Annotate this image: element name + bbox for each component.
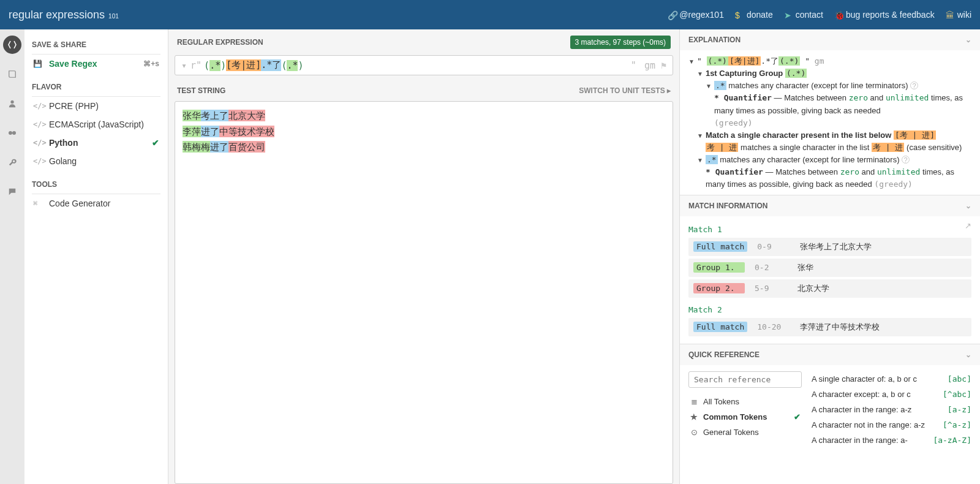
match-row[interactable]: Full match10-20李萍进了中等技术学校 (688, 318, 971, 336)
right-pane: EXPLANATION⌄ ▼ " (.*)[考|进].*了(.*) " gm ▼… (680, 29, 980, 484)
rail-library-icon[interactable] (3, 65, 21, 83)
quickref-title: QUICK REFERENCE (688, 350, 760, 359)
quickref-category[interactable]: ★Common Tokens✔ (688, 409, 802, 425)
quickref-code: [a-zA-Z] (933, 436, 971, 445)
sidebar-title-save: SAVE & SHARE (32, 37, 160, 55)
help-icon[interactable]: ? (902, 156, 910, 164)
save-regex-item[interactable]: 💾 Save Regex ⌘+s (32, 55, 160, 73)
quickref-entry[interactable]: A character in the range: a-z[a-z] (812, 402, 971, 417)
match-value: 张华 (797, 262, 813, 273)
code-generator-label: Code Generator (49, 199, 110, 208)
hlink-contact[interactable]: ➤contact (784, 10, 823, 20)
hlink-bugs[interactable]: 🐞bug reports & feedback (834, 10, 935, 20)
quickref-entry[interactable]: A character in the range: a-[a-zA-Z] (812, 433, 971, 448)
match-range: 5-9 (755, 284, 788, 293)
category-icon: ⊙ (690, 428, 698, 437)
flavor-item[interactable]: </>ECMAScript (JavaScript) (32, 115, 160, 134)
quickref-entry[interactable]: A character not in the range: a-z[^a-z] (812, 417, 971, 433)
switch-unit-tests-link[interactable]: SWITCH TO UNIT TESTS ▸ (579, 86, 671, 95)
regex-section-title: REGULAR EXPRESSION (177, 38, 263, 47)
brand-sub: 101 (108, 13, 119, 20)
explanation-body: ▼ " (.*)[考|进].*了(.*) " gm ▼1st Capturing… (680, 50, 980, 195)
match-row[interactable]: Group 2.5-9北京大学 (688, 279, 971, 298)
flavor-label: Python (49, 138, 78, 148)
delimiter-toggle-icon[interactable]: ▾ (181, 60, 187, 71)
match-range: 0-2 (755, 263, 788, 272)
save-regex-label: Save Regex (49, 59, 97, 69)
regex-flags[interactable]: gm (644, 60, 655, 71)
check-icon: ✔ (794, 412, 801, 422)
tree-toggle-icon[interactable]: ▼ (706, 80, 712, 91)
match-value: 张华考上了北京大学 (800, 241, 872, 252)
match-tag: Full match (693, 241, 747, 252)
match-tag: Group 1. (693, 262, 745, 273)
test-line: 韩梅梅进了百货公司 (183, 139, 665, 155)
rail-chat-icon[interactable] (3, 183, 21, 201)
quickref-code: [^abc] (943, 390, 971, 399)
code-brackets-icon: </> (33, 157, 43, 165)
match-row[interactable]: Group 1.0-2张华 (688, 259, 971, 277)
category-label: Common Tokens (703, 412, 767, 422)
quickref-search-input[interactable] (688, 371, 802, 388)
match-row[interactable]: Full match0-9张华考上了北京大学 (688, 238, 971, 256)
match-range: 10-20 (757, 322, 790, 331)
flavor-item[interactable]: </>Golang (32, 152, 160, 170)
category-label: General Tokens (703, 428, 759, 437)
rail-regex-icon[interactable] (3, 36, 21, 54)
quickref-entry[interactable]: A character except: a, b or c[^abc] (812, 387, 971, 402)
quickref-category[interactable]: ⊙General Tokens (688, 425, 802, 440)
bug-icon: 🐞 (834, 10, 843, 19)
book-icon: 🏛 (946, 10, 954, 19)
collapse-explanation-icon[interactable]: ⌄ (965, 36, 971, 44)
code-generator-item[interactable]: ⌘ Code Generator (32, 194, 160, 213)
tree-toggle-icon[interactable]: ▼ (688, 55, 695, 67)
test-string-input[interactable]: 张华考上了北京大学李萍进了中等技术学校韩梅梅进了百货公司 (175, 101, 673, 484)
category-label: All Tokens (703, 397, 739, 406)
hlink-donate[interactable]: $donate (735, 10, 773, 20)
sidebar: SAVE & SHARE 💾 Save Regex ⌘+s FLAVOR </>… (24, 29, 168, 484)
test-line: 张华考上了北京大学 (183, 108, 665, 124)
flavor-label: ECMAScript (JavaScript) (49, 119, 144, 129)
tree-toggle-icon[interactable]: ▼ (697, 129, 703, 141)
collapse-quickref-icon[interactable]: ⌄ (965, 350, 971, 359)
save-shortcut: ⌘+s (143, 59, 159, 68)
center-pane: REGULAR EXPRESSION 3 matches, 97 steps (… (168, 29, 680, 484)
quickref-category[interactable]: ≣All Tokens (688, 394, 802, 409)
quickref-desc: A character not in the range: a-z (812, 420, 925, 429)
collapse-matchinfo-icon[interactable]: ⌄ (965, 202, 971, 210)
tree-toggle-icon[interactable]: ▼ (697, 154, 703, 165)
match-tag: Full match (693, 322, 747, 332)
help-icon[interactable]: ? (910, 81, 918, 89)
brand-word-a: regular (9, 9, 43, 21)
match-2-title: Match 2 (688, 305, 971, 314)
match-value: 北京大学 (797, 283, 829, 294)
link-icon: 🔗 (668, 10, 676, 19)
match-value: 李萍进了中等技术学校 (800, 322, 880, 333)
category-icon: ★ (690, 412, 698, 422)
flavor-item[interactable]: </>Python✔ (32, 134, 160, 152)
tree-toggle-icon[interactable]: ▼ (697, 67, 703, 79)
quickref-code: [a-z] (948, 405, 971, 414)
brand-word-b: expressions (46, 9, 105, 21)
icon-rail (0, 29, 24, 484)
rail-settings-icon[interactable] (3, 153, 21, 172)
rail-account-icon[interactable] (3, 94, 21, 113)
open-match-icon[interactable]: ↗ (965, 221, 971, 238)
brand-logo[interactable]: regular expressions 101 (9, 9, 119, 21)
hlink-regex101[interactable]: 🔗@regex101 (668, 10, 724, 20)
flag-icon[interactable]: ⚑ (661, 60, 666, 71)
flavor-item[interactable]: </>PCRE (PHP) (32, 97, 160, 115)
save-icon: 💾 (33, 59, 43, 68)
sidebar-title-flavor: FLAVOR (32, 79, 160, 97)
match-info-body: Match 1↗ Full match0-9张华考上了北京大学Group 1.0… (680, 216, 980, 344)
quickref-entry[interactable]: A single character of: a, b or c[abc] (812, 371, 971, 387)
code-icon: ⌘ (33, 199, 43, 208)
send-icon: ➤ (784, 10, 793, 19)
hlink-wiki[interactable]: 🏛wiki (946, 10, 971, 20)
rail-debugger-icon[interactable] (3, 124, 21, 142)
quickref-desc: A single character of: a, b or c (812, 374, 917, 384)
regex-input[interactable]: ▾ r" (.*)[考|进].*了(.*) " gm ⚑ (175, 55, 673, 75)
quickref-code: [^a-z] (943, 420, 971, 429)
match-range: 0-9 (757, 242, 790, 251)
match-tag: Group 2. (693, 283, 745, 293)
